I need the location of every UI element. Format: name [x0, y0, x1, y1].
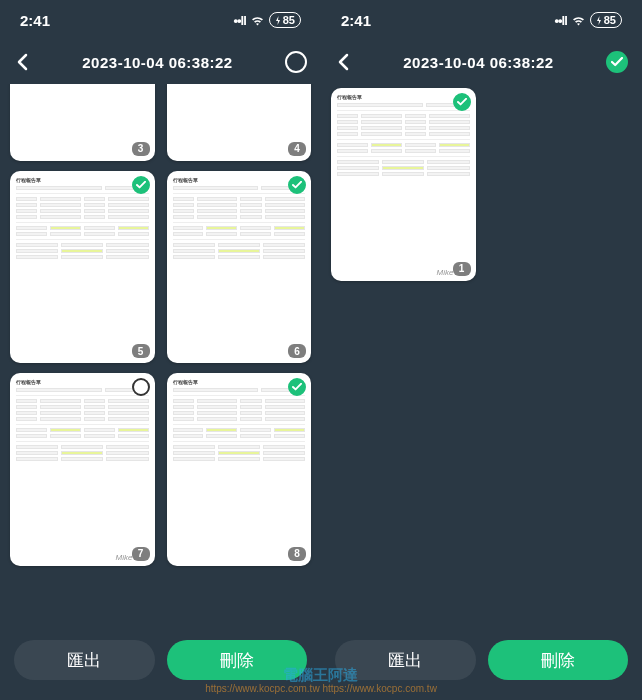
- check-icon: [457, 98, 467, 106]
- card-index-badge: 6: [288, 344, 306, 358]
- signal-icon: ••ll: [554, 13, 566, 28]
- document-card[interactable]: 行程報告單 4: [167, 84, 312, 161]
- page-title: 2023-10-04 06:38:22: [403, 54, 553, 71]
- select-all-toggle[interactable]: [285, 51, 307, 73]
- card-index-badge: 3: [132, 142, 150, 156]
- delete-button[interactable]: 刪除: [167, 640, 308, 680]
- status-right: ••ll 85: [233, 12, 301, 28]
- card-index-badge: 8: [288, 547, 306, 561]
- card-watermark: Mike: [437, 268, 454, 277]
- export-button[interactable]: 匯出: [335, 640, 476, 680]
- card-index-badge: 5: [132, 344, 150, 358]
- select-all-toggle[interactable]: [606, 51, 628, 73]
- battery-badge: 85: [590, 12, 622, 28]
- back-button[interactable]: [14, 54, 30, 70]
- battery-pct: 85: [604, 14, 616, 26]
- document-card[interactable]: 行程報告單 5: [10, 171, 155, 364]
- card-select-toggle[interactable]: [132, 176, 150, 194]
- document-card[interactable]: 行程報告單 3: [10, 84, 155, 161]
- status-right: ••ll 85: [554, 12, 622, 28]
- check-icon: [136, 181, 146, 189]
- status-time: 2:41: [20, 12, 50, 29]
- card-index-badge: 4: [288, 142, 306, 156]
- card-select-toggle[interactable]: [132, 378, 150, 396]
- battery-pct: 85: [283, 14, 295, 26]
- document-card[interactable]: 行程報告單 7Mike: [10, 373, 155, 566]
- export-button[interactable]: 匯出: [14, 640, 155, 680]
- back-button[interactable]: [335, 54, 351, 70]
- document-card[interactable]: 行程報告單 8: [167, 373, 312, 566]
- check-icon: [292, 383, 302, 391]
- battery-bolt-icon: [596, 16, 602, 25]
- app-header: 2023-10-04 06:38:22: [321, 40, 642, 84]
- check-icon: [611, 57, 623, 67]
- document-card[interactable]: 行程報告單 6: [167, 171, 312, 364]
- wifi-icon: [571, 15, 586, 26]
- status-bar: 2:41 ••ll 85: [0, 0, 321, 40]
- card-watermark: Mike: [116, 553, 133, 562]
- battery-bolt-icon: [275, 16, 281, 25]
- signal-icon: ••ll: [233, 13, 245, 28]
- card-select-toggle[interactable]: [288, 176, 306, 194]
- bottom-action-bar: 匯出 刪除: [321, 630, 642, 700]
- right-phone-screen: 2:41 ••ll 85 2023-10-04 06:38:22 行程報告單: [321, 0, 642, 700]
- battery-badge: 85: [269, 12, 301, 28]
- document-grid: 行程報告單 3 行程報告單 4 行程報告單 5 行程報告單: [0, 84, 321, 630]
- bottom-action-bar: 匯出 刪除: [0, 630, 321, 700]
- document-grid: 行程報告單 1Mike: [321, 84, 642, 630]
- wifi-icon: [250, 15, 265, 26]
- card-index-badge: 7: [132, 547, 150, 561]
- left-phone-screen: 2:41 ••ll 85 2023-10-04 06:38:22 行程報告單 3: [0, 0, 321, 700]
- page-title: 2023-10-04 06:38:22: [82, 54, 232, 71]
- card-index-badge: 1: [453, 262, 471, 276]
- document-card[interactable]: 行程報告單 1Mike: [331, 88, 476, 281]
- status-time: 2:41: [341, 12, 371, 29]
- delete-button[interactable]: 刪除: [488, 640, 629, 680]
- check-icon: [292, 181, 302, 189]
- status-bar: 2:41 ••ll 85: [321, 0, 642, 40]
- card-select-toggle[interactable]: [453, 93, 471, 111]
- app-header: 2023-10-04 06:38:22: [0, 40, 321, 84]
